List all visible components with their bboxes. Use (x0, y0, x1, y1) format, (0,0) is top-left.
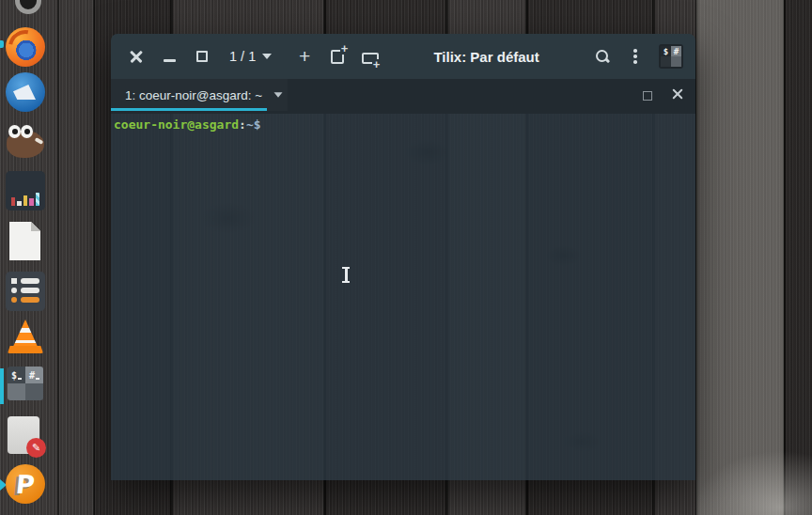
tab-label: 1: coeur-noir@asgard: ~ (125, 88, 262, 102)
notes-app-icon[interactable]: ✎ (8, 416, 39, 454)
active-tab-indicator (111, 108, 267, 111)
maximize-terminal-button[interactable] (643, 91, 652, 101)
tilix-cell: # (25, 367, 43, 383)
task-list-app-icon[interactable] (6, 272, 45, 311)
session-pager-label: 1 / 1 (229, 49, 256, 64)
prompt-path: ~ (246, 117, 254, 132)
terminal-area[interactable]: coeur-noir@asgard:~$ (111, 114, 695, 480)
badge-cell: # (671, 46, 681, 56)
window-title: Tilix: Par défaut (390, 49, 583, 65)
thunderbird-icon[interactable] (6, 72, 45, 112)
gimp-eye (8, 125, 21, 138)
pixel-bar (11, 197, 15, 206)
pixel-bar (36, 193, 39, 206)
tilix-window: 1 / 1 + + + Tilix: Par défaut $ # (111, 34, 695, 480)
tilix-cell: $ (8, 367, 25, 383)
session-pager-dropdown[interactable]: 1 / 1 (222, 49, 279, 64)
prompt-user-host: coeur-noir@asgard (114, 117, 239, 132)
dock: $ # ✎ P (0, 0, 51, 515)
tab-session-1[interactable]: 1: coeur-noir@asgard: ~ (111, 79, 288, 111)
maximize-window-button[interactable] (189, 42, 215, 70)
tilix-cell (8, 383, 25, 400)
maximize-icon (196, 51, 208, 62)
tilix-focused-indicator (0, 368, 4, 404)
prompt-colon: : (239, 117, 246, 132)
split-down-icon: + (362, 53, 379, 64)
pixel-bar (23, 195, 27, 206)
tilix-icon[interactable]: $ # (8, 367, 43, 400)
split-right-icon: + (331, 50, 344, 64)
close-terminal-button[interactable] (671, 87, 684, 101)
desktop-wallpaper: $ # ✎ P 1 / 1 + + + (0, 0, 812, 515)
plus-icon: + (299, 45, 310, 68)
badge-cell (661, 56, 671, 67)
pencil-badge-icon: ✎ (26, 438, 46, 458)
playonlinux-letter: P (4, 464, 47, 504)
tilix-profile-button[interactable]: $ # (659, 44, 683, 69)
overflow-app-icon[interactable] (15, 0, 41, 14)
prompt-symbol: $ (254, 117, 261, 132)
minimize-icon (164, 59, 176, 62)
vlc-cone (12, 320, 39, 349)
gimp-icon[interactable] (6, 122, 45, 162)
libreoffice-icon[interactable] (9, 222, 40, 260)
close-icon (130, 50, 143, 63)
terminal-prompt: coeur-noir@asgard:~$ (114, 117, 693, 132)
task-row (11, 297, 39, 303)
gimp-eye (21, 125, 33, 138)
vlc-cone-base (8, 346, 43, 353)
firefox-icon[interactable] (6, 27, 45, 67)
new-session-button[interactable]: + (291, 42, 318, 70)
chevron-down-icon (262, 54, 272, 59)
search-button[interactable] (589, 42, 616, 70)
task-row (11, 288, 39, 293)
minimize-window-button[interactable] (156, 42, 182, 70)
badge-cell: $ (661, 46, 671, 56)
split-terminal-down-button[interactable]: + (357, 42, 383, 70)
menu-button[interactable] (622, 42, 648, 70)
pixel-bar (29, 198, 33, 206)
firefox-running-indicator (0, 40, 4, 48)
search-icon (595, 49, 610, 64)
pixel-bars-app-icon[interactable] (6, 171, 45, 211)
kebab-menu-icon (633, 49, 637, 64)
tilix-cell (25, 383, 43, 400)
tab-bar: 1: coeur-noir@asgard: ~ (111, 79, 695, 114)
playonlinux-icon[interactable]: P (6, 464, 45, 504)
text-cursor (341, 266, 351, 285)
titlebar[interactable]: 1 / 1 + + + Tilix: Par défaut $ # (111, 34, 695, 79)
vlc-icon[interactable] (6, 318, 45, 357)
badge-cell (671, 56, 681, 67)
task-row (11, 278, 39, 284)
close-window-button[interactable] (123, 42, 149, 70)
chevron-down-icon (274, 92, 283, 97)
split-terminal-right-button[interactable]: + (324, 42, 351, 70)
pixel-bar (17, 201, 21, 206)
